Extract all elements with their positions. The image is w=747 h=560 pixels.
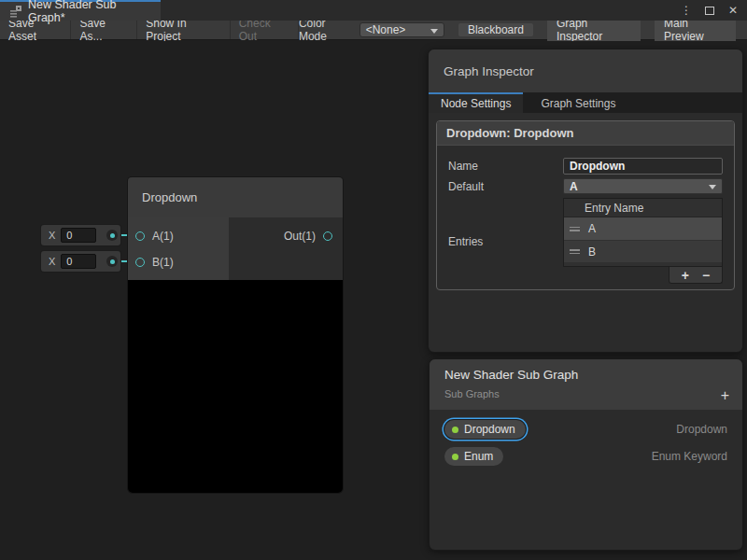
entry-value: B <box>588 245 596 259</box>
node-title[interactable]: Dropdown <box>128 177 343 217</box>
main-preview-toggle-button[interactable]: Main Preview <box>655 17 736 43</box>
entry-row-a[interactable]: A <box>564 217 722 240</box>
shader-graph-icon <box>9 6 22 18</box>
add-entry-button[interactable]: + <box>682 269 689 282</box>
blackboard-item-dropdown[interactable]: Dropdown <box>444 420 526 439</box>
document-tab[interactable]: New Shader Sub Graph* <box>0 0 161 21</box>
blackboard-body: Dropdown Dropdown Enum Enum Keyword <box>430 410 742 467</box>
entry-row-b[interactable]: B <box>564 241 722 262</box>
input-a-value-widget: X 0 <box>41 225 120 245</box>
name-row: Name Dropdown <box>448 158 723 175</box>
blackboard-title: New Shader Sub Graph <box>444 368 727 382</box>
item-type-label: Dropdown <box>676 423 727 436</box>
list-item: Enum Enum Keyword <box>444 446 727 467</box>
graph-inspector-panel: Graph Inspector Node Settings Graph Sett… <box>428 49 743 353</box>
output-port-icon[interactable] <box>323 231 332 241</box>
item-name: Enum <box>464 450 493 463</box>
default-row: Default A <box>448 178 723 194</box>
node-preview <box>128 280 343 493</box>
window-tab-bar: New Shader Sub Graph* ⋮ ✕ <box>0 0 747 21</box>
blackboard-toggle-button[interactable]: Blackboard <box>458 23 533 36</box>
add-property-button[interactable]: + <box>721 388 729 403</box>
input-port-b-icon[interactable] <box>135 258 145 267</box>
output-port-label: Out(1) <box>284 230 316 243</box>
inspector-tabs: Node Settings Graph Settings <box>429 92 742 113</box>
tab-node-settings[interactable]: Node Settings <box>429 92 523 113</box>
entry-value: A <box>588 222 596 235</box>
blackboard-panel: New Shader Sub Graph Sub Graphs + Dropdo… <box>429 358 743 551</box>
blackboard-header[interactable]: New Shader Sub Graph Sub Graphs + <box>430 359 742 410</box>
axis-label: X <box>49 230 55 241</box>
value-field-a[interactable]: 0 <box>61 228 96 243</box>
maximize-icon[interactable] <box>701 2 718 19</box>
entries-row: Entries Entry Name A B <box>448 198 723 284</box>
axis-label: X <box>49 256 55 267</box>
input-b-value-widget: X 0 <box>41 251 120 272</box>
item-type-label: Enum Keyword <box>652 450 727 463</box>
close-icon[interactable]: ✕ <box>725 2 741 19</box>
drag-handle-icon[interactable] <box>570 249 580 254</box>
item-name: Dropdown <box>464 423 515 436</box>
graph-inspector-toggle-button[interactable]: Graph Inspector <box>547 17 641 43</box>
output-ports-column: Out(1) <box>229 217 343 280</box>
name-label: Name <box>448 158 563 175</box>
chevron-down-icon <box>430 29 438 34</box>
color-mode-group: Color Mode <None> Blackboard Graph Inspe… <box>299 21 747 39</box>
entries-list-footer: + − <box>669 267 723 284</box>
default-value: A <box>570 180 578 193</box>
entries-list: Entry Name A B <box>563 198 723 267</box>
blackboard-item-enum[interactable]: Enum <box>444 447 503 466</box>
input-ports-column: A(1) B(1) <box>128 217 229 280</box>
entries-header: Entry Name <box>564 199 722 217</box>
blackboard-subtitle: Sub Graphs <box>444 388 727 399</box>
inspector-title[interactable]: Graph Inspector <box>429 49 742 92</box>
default-dropdown[interactable]: A <box>563 178 723 194</box>
name-input[interactable]: Dropdown <box>563 158 723 175</box>
show-in-project-button[interactable]: Show In Project <box>137 21 230 39</box>
port-row-b: B(1) <box>128 249 229 275</box>
menu-kebab-icon[interactable]: ⋮ <box>678 2 695 19</box>
list-item: Dropdown Dropdown <box>444 419 727 440</box>
connector-dot-icon[interactable] <box>106 256 118 267</box>
section-title: Dropdown: Dropdown <box>437 121 734 146</box>
chevron-down-icon <box>709 185 716 189</box>
color-mode-dropdown[interactable]: <None> <box>359 22 444 37</box>
maximize-glyph <box>705 7 714 15</box>
dropdown-settings-section: Dropdown: Dropdown Name Dropdown Default… <box>436 120 735 290</box>
dropdown-node[interactable]: Dropdown A(1) B(1) Out(1) <box>128 177 343 493</box>
port-row-a: A(1) <box>128 223 229 249</box>
check-out-button: Check Out <box>231 21 299 39</box>
entries-label: Entries <box>448 233 563 248</box>
node-ports: A(1) B(1) Out(1) <box>128 217 343 280</box>
port-row-out: Out(1) <box>229 223 343 249</box>
exposed-dot-icon <box>452 454 458 460</box>
input-port-a-icon[interactable] <box>135 231 145 241</box>
input-port-a-label: A(1) <box>152 230 174 243</box>
drag-handle-icon[interactable] <box>570 227 580 231</box>
remove-entry-button[interactable]: − <box>702 269 710 282</box>
section-body: Name Dropdown Default A Entries <box>437 146 734 289</box>
connector-dot-icon[interactable] <box>106 230 118 241</box>
window-controls: ⋮ ✕ <box>678 0 747 21</box>
tab-graph-settings[interactable]: Graph Settings <box>529 92 627 113</box>
input-port-b-label: B(1) <box>152 256 174 269</box>
color-mode-label: Color Mode <box>299 17 353 43</box>
default-label: Default <box>448 178 563 194</box>
value-field-b[interactable]: 0 <box>61 254 96 269</box>
tab-title: New Shader Sub Graph* <box>28 0 151 24</box>
exposed-dot-icon <box>452 427 458 433</box>
color-mode-value: <None> <box>366 23 406 36</box>
